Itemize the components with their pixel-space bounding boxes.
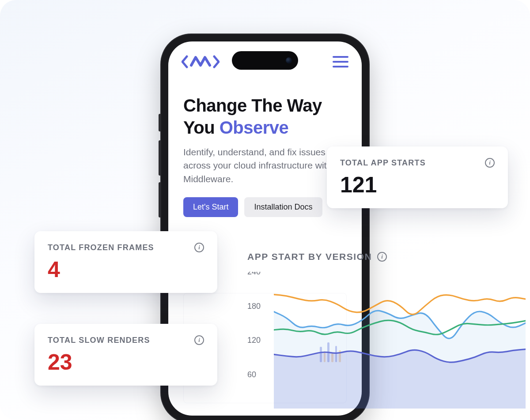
phone-hero: Change The Way You Observe Identify, und… [183, 94, 347, 217]
card-label: TOTAL APP STARTS [340, 158, 426, 168]
chart-series [274, 272, 526, 409]
phone-camera-icon [286, 57, 292, 64]
info-icon[interactable]: i [194, 243, 204, 252]
phone-notch [232, 51, 298, 70]
card-label: TOTAL SLOW RENDERS [48, 336, 150, 345]
card-value: 23 [48, 351, 204, 373]
chart-y-tick: 120 [247, 336, 261, 345]
installation-docs-button[interactable]: Installation Docs [244, 197, 322, 217]
card-label: TOTAL FROZEN FRAMES [48, 243, 154, 252]
hamburger-menu-icon[interactable] [333, 56, 348, 68]
info-icon[interactable]: i [485, 158, 495, 168]
chart-y-tick: 180 [247, 301, 261, 311]
phone-side-button [159, 114, 161, 131]
card-total-app-starts: TOTAL APP STARTS i 121 [327, 146, 508, 208]
hero-heading: Change The Way You Observe [183, 94, 347, 139]
card-total-frozen-frames: TOTAL FROZEN FRAMES i 4 [34, 231, 217, 293]
chart-y-tick: 240 [247, 272, 261, 277]
chart-title: APP START BY VERSION [247, 251, 372, 262]
brand-logo-icon [182, 55, 220, 69]
card-total-slow-renders: TOTAL SLOW RENDERS i 23 [34, 324, 217, 386]
hero-subheading: Identify, understand, and fix issues acr… [183, 146, 347, 186]
info-icon[interactable]: i [377, 252, 387, 262]
hero-button-row: Let's Start Installation Docs [183, 197, 347, 217]
hero-canvas: Change The Way You Observe Identify, und… [0, 0, 530, 420]
chart-box: 24018012060 [247, 272, 526, 409]
card-value: 4 [48, 259, 204, 281]
phone-side-button [159, 182, 161, 218]
chart-plot-area [274, 272, 526, 409]
info-icon[interactable]: i [194, 335, 204, 345]
phone-side-button [159, 140, 161, 176]
lets-start-button[interactable]: Let's Start [183, 197, 238, 217]
chart-app-start-by-version: APP START BY VERSION i 24018012060 [247, 251, 530, 420]
card-value: 121 [340, 174, 495, 196]
chart-title-row: APP START BY VERSION i [247, 251, 530, 262]
chart-y-tick: 60 [247, 370, 256, 379]
hero-heading-accent: Observe [220, 118, 289, 137]
